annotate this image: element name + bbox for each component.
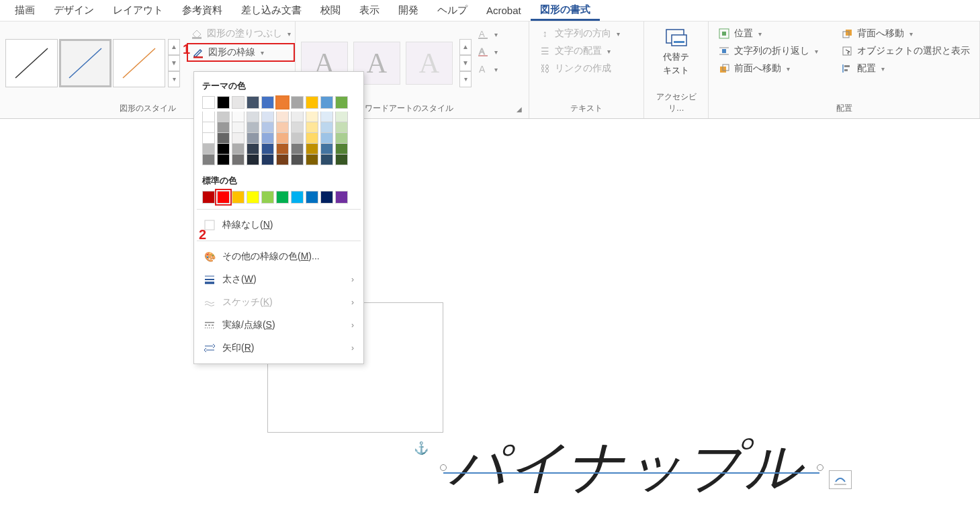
text-wrap-button[interactable]: 文字列の折り返し▾ xyxy=(714,43,822,59)
tab-help[interactable]: ヘルプ xyxy=(428,1,477,19)
tab-shape-format[interactable]: 図形の書式 xyxy=(531,1,600,21)
theme-shade-swatch[interactable] xyxy=(202,122,215,133)
theme-swatch[interactable] xyxy=(320,96,333,109)
shape-outline-button[interactable]: 図形の枠線 ▾ xyxy=(187,43,295,62)
theme-shade-swatch[interactable] xyxy=(232,155,244,165)
theme-shade-swatch[interactable] xyxy=(261,133,274,144)
tab-layout[interactable]: レイアウト xyxy=(103,1,173,19)
theme-swatch[interactable] xyxy=(202,96,215,109)
theme-shade-swatch[interactable] xyxy=(247,112,259,122)
theme-swatch[interactable] xyxy=(261,96,274,109)
selected-line-shape[interactable] xyxy=(443,466,819,468)
bring-forward-button[interactable]: 前面へ移動▾ xyxy=(714,60,822,77)
standard-swatch[interactable] xyxy=(232,191,244,204)
theme-shade-swatch[interactable] xyxy=(247,122,259,133)
wordart-down[interactable]: ▼ xyxy=(459,55,472,71)
theme-shade-swatch[interactable] xyxy=(320,144,333,155)
standard-swatch[interactable] xyxy=(247,191,259,204)
theme-swatch[interactable] xyxy=(232,96,244,109)
gallery-up[interactable]: ▲ xyxy=(168,39,180,55)
wordart-up[interactable]: ▲ xyxy=(459,39,472,55)
theme-shade-swatch[interactable] xyxy=(247,144,259,155)
theme-shade-swatch[interactable] xyxy=(276,144,289,155)
no-outline-item[interactable]: 枠線なし(N) xyxy=(194,214,363,236)
theme-shade-swatch[interactable] xyxy=(261,122,274,133)
theme-shade-swatch[interactable] xyxy=(261,144,274,155)
gallery-spinner[interactable]: ▲ ▼ ▾ xyxy=(168,39,180,87)
layout-options-button[interactable] xyxy=(829,470,852,489)
theme-swatch[interactable] xyxy=(247,96,259,109)
align-button[interactable]: 配置▾ xyxy=(837,60,974,77)
theme-swatch[interactable] xyxy=(217,96,230,109)
theme-shade-swatch[interactable] xyxy=(232,122,244,133)
wordart-more[interactable]: ▾ xyxy=(459,71,472,87)
gallery-more[interactable]: ▾ xyxy=(168,71,180,87)
theme-shade-swatch[interactable] xyxy=(232,112,244,122)
standard-swatch[interactable] xyxy=(291,191,304,204)
more-outline-colors-item[interactable]: 🎨その他の枠線の色(M)... xyxy=(194,245,363,268)
standard-swatch[interactable] xyxy=(306,191,318,204)
theme-shade-swatch[interactable] xyxy=(217,112,230,122)
theme-shade-swatch[interactable] xyxy=(247,133,259,144)
wordart-spinner[interactable]: ▲ ▼ ▾ xyxy=(459,39,472,87)
line-handle-end[interactable] xyxy=(817,464,823,471)
theme-shade-swatch[interactable] xyxy=(276,155,289,165)
theme-shade-swatch[interactable] xyxy=(291,144,304,155)
theme-shade-swatch[interactable] xyxy=(320,133,333,144)
theme-swatch[interactable] xyxy=(291,96,304,109)
text-align-button[interactable]: ☰文字の配置▾ xyxy=(535,43,624,59)
theme-shade-swatch[interactable] xyxy=(232,133,244,144)
theme-shade-swatch[interactable] xyxy=(291,122,304,133)
theme-shade-swatch[interactable] xyxy=(306,155,318,165)
theme-shade-swatch[interactable] xyxy=(320,122,333,133)
theme-shade-swatch[interactable] xyxy=(306,112,318,122)
theme-shade-swatch[interactable] xyxy=(335,133,348,144)
theme-shade-swatch[interactable] xyxy=(217,133,230,144)
theme-shade-swatch[interactable] xyxy=(202,144,215,155)
theme-shade-swatch[interactable] xyxy=(202,112,215,122)
standard-swatch[interactable] xyxy=(202,191,215,204)
weight-item[interactable]: 太さ(W) › xyxy=(194,268,363,291)
theme-swatch[interactable] xyxy=(335,96,348,109)
theme-shade-swatch[interactable] xyxy=(276,112,289,122)
tab-acrobat[interactable]: Acrobat xyxy=(477,2,531,19)
tab-references[interactable]: 参考資料 xyxy=(173,1,232,19)
tab-design[interactable]: デザイン xyxy=(44,1,103,19)
theme-shade-swatch[interactable] xyxy=(291,133,304,144)
theme-shade-swatch[interactable] xyxy=(261,155,274,165)
theme-shade-swatch[interactable] xyxy=(276,133,289,144)
text-effects-button[interactable]: A▾ xyxy=(474,62,500,77)
standard-swatch[interactable] xyxy=(335,191,348,204)
theme-shade-swatch[interactable] xyxy=(320,155,333,165)
theme-shade-swatch[interactable] xyxy=(335,144,348,155)
theme-shade-swatch[interactable] xyxy=(202,155,215,165)
wordart-style-3[interactable]: A xyxy=(406,42,453,85)
tab-draw[interactable]: 描画 xyxy=(5,1,44,19)
theme-shade-swatch[interactable] xyxy=(232,144,244,155)
standard-swatch[interactable] xyxy=(276,191,289,204)
theme-shade-swatch[interactable] xyxy=(306,133,318,144)
theme-shade-swatch[interactable] xyxy=(335,122,348,133)
arrows-item[interactable]: 矢印(R) › xyxy=(194,337,363,359)
gallery-down[interactable]: ▼ xyxy=(168,55,180,71)
theme-shade-swatch[interactable] xyxy=(217,155,230,165)
theme-shade-swatch[interactable] xyxy=(202,133,215,144)
line-handle-start[interactable] xyxy=(440,464,447,471)
standard-swatch[interactable] xyxy=(320,191,333,204)
theme-shade-swatch[interactable] xyxy=(291,112,304,122)
selection-pane-button[interactable]: オブジェクトの選択と表示 xyxy=(837,43,974,59)
position-button[interactable]: 位置▾ xyxy=(714,26,822,42)
shape-fill-button[interactable]: 図形の塗りつぶし ▾ xyxy=(187,26,295,42)
theme-shade-swatch[interactable] xyxy=(261,112,274,122)
theme-swatch[interactable] xyxy=(306,96,318,109)
shape-style-3[interactable] xyxy=(113,39,165,87)
dashes-item[interactable]: 実線/点線(S) › xyxy=(194,314,363,337)
theme-shade-swatch[interactable] xyxy=(306,144,318,155)
text-outline-button[interactable]: A▾ xyxy=(474,44,500,59)
text-fill-button[interactable]: A▾ xyxy=(474,27,500,42)
alt-text-button[interactable]: 代替テ キスト xyxy=(663,24,689,90)
standard-swatch[interactable] xyxy=(261,191,274,204)
send-backward-button[interactable]: 背面へ移動▾ xyxy=(837,26,974,42)
theme-shade-swatch[interactable] xyxy=(276,122,289,133)
text-direction-button[interactable]: ↕文字列の方向▾ xyxy=(535,26,624,42)
